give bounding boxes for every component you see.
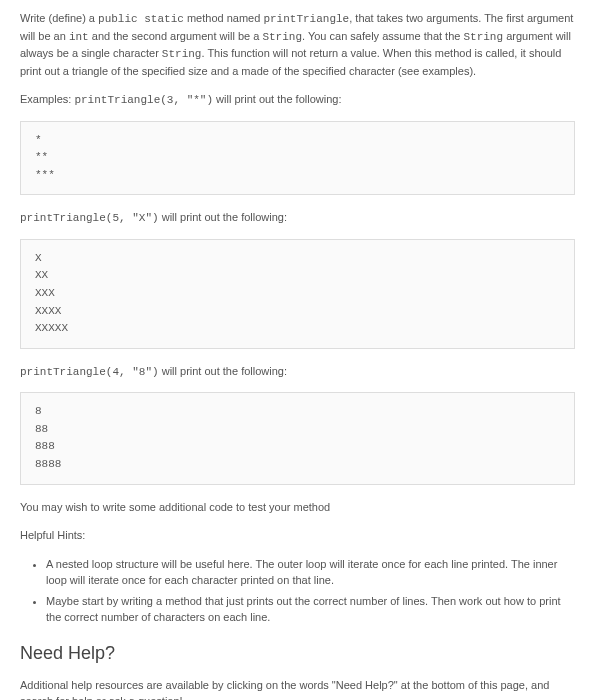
problem-description: Write (define) a public static method na…: [20, 10, 575, 79]
extra-note: You may wish to write some additional co…: [20, 499, 575, 516]
example-1-label: Examples: printTriangle(3, "*") will pri…: [20, 91, 575, 109]
example-2-output: X XX XXX XXXX XXXXX: [20, 239, 575, 349]
list-item: Maybe start by writing a method that jus…: [46, 593, 575, 626]
example-3-output: 8 88 888 8888: [20, 392, 575, 484]
example-3-label: printTriangle(4, "8") will print out the…: [20, 363, 575, 381]
need-help-text: Additional help resources are available …: [20, 677, 575, 700]
example-1-output: * ** ***: [20, 121, 575, 196]
need-help-heading: Need Help?: [20, 640, 575, 667]
example-2-label: printTriangle(5, "X") will print out the…: [20, 209, 575, 227]
list-item: A nested loop structure will be useful h…: [46, 556, 575, 589]
hints-heading: Helpful Hints:: [20, 527, 575, 544]
hints-list: A nested loop structure will be useful h…: [46, 556, 575, 626]
